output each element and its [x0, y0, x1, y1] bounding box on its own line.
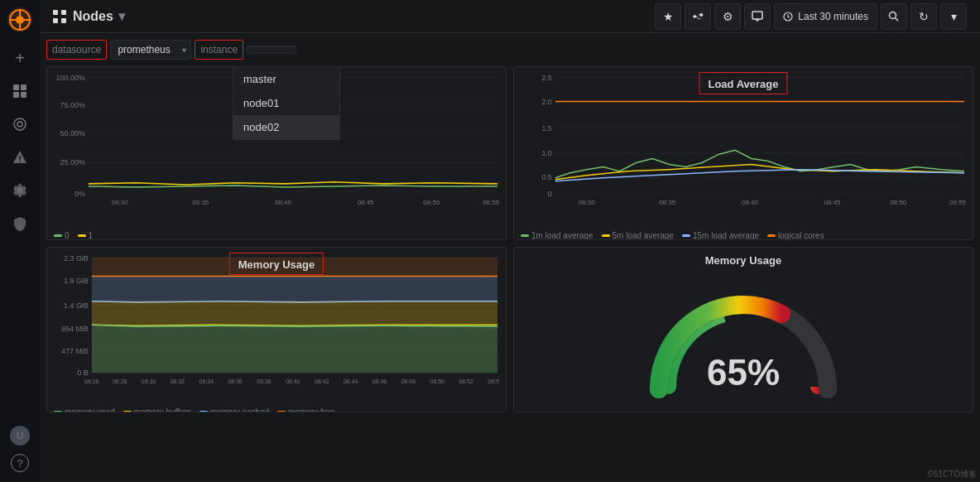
dropdown-item-master[interactable]: master [233, 67, 339, 91]
settings-icon[interactable] [5, 176, 35, 205]
legend-5m: 5m load average [602, 231, 675, 240]
svg-text:477 MiB: 477 MiB [61, 347, 89, 355]
svg-text:08:55: 08:55 [483, 199, 499, 206]
svg-text:1.5: 1.5 [541, 124, 551, 133]
memory-usage-panel: Memory Usage 2.3 GiB 1.9 GiB 1.4 GiB 954… [46, 247, 507, 412]
svg-text:08:54: 08:54 [488, 378, 499, 384]
svg-text:08:30: 08:30 [112, 199, 128, 206]
svg-rect-13 [19, 156, 21, 160]
legend-mem-buffers: memory buffers [123, 407, 191, 412]
more-button[interactable]: ▾ [940, 3, 967, 30]
svg-text:08:40: 08:40 [286, 378, 300, 384]
explore-icon[interactable] [5, 109, 35, 139]
datasource-select[interactable]: prometheus [110, 40, 191, 60]
grafana-logo[interactable] [7, 7, 33, 33]
main-content: Nodes ▾ ★ ⚙ Last 30 minutes ↻ ▾ [40, 0, 980, 482]
svg-text:2.0: 2.0 [541, 97, 551, 105]
legend-mem-cached: memory cached [199, 407, 269, 412]
legend-0: 0 [54, 231, 70, 240]
svg-text:0%: 0% [74, 190, 85, 198]
legend-logical: logical cores [767, 231, 824, 240]
dropdown-item-node01[interactable]: node01 [233, 91, 339, 115]
display-button[interactable] [744, 3, 771, 30]
svg-text:08:45: 08:45 [358, 199, 374, 206]
svg-rect-9 [13, 92, 19, 98]
help-icon[interactable]: ? [11, 454, 29, 472]
svg-text:08:48: 08:48 [401, 378, 416, 384]
star-button[interactable]: ★ [655, 3, 681, 30]
memory-gauge-panel: Memory Usage [513, 247, 973, 412]
dashboard-icon[interactable] [5, 76, 35, 106]
watermark: ©51CTO博客 [928, 469, 977, 480]
cpu-legend: 0 1 [47, 229, 506, 240]
time-range-picker[interactable]: Last 30 minutes [774, 3, 877, 30]
svg-text:08:52: 08:52 [459, 378, 473, 384]
svg-text:08:32: 08:32 [171, 378, 185, 384]
svg-point-2 [16, 16, 24, 24]
svg-text:08:42: 08:42 [315, 378, 329, 384]
svg-text:1.4 GiB: 1.4 GiB [64, 301, 89, 310]
svg-rect-17 [53, 18, 58, 23]
add-icon[interactable]: + [5, 43, 35, 73]
gauge-title: Memory Usage [705, 254, 781, 267]
svg-rect-16 [61, 10, 66, 15]
svg-text:08:35: 08:35 [192, 199, 209, 206]
svg-text:0 B: 0 B [77, 369, 88, 377]
svg-text:954 MiB: 954 MiB [61, 325, 89, 333]
svg-rect-18 [61, 18, 66, 23]
svg-text:08:28: 08:28 [113, 378, 127, 384]
svg-text:08:50: 08:50 [890, 199, 906, 206]
svg-text:1.9 GiB: 1.9 GiB [64, 276, 89, 284]
svg-text:08:34: 08:34 [199, 378, 214, 384]
load-average-title: Load Average [699, 72, 787, 94]
svg-text:2.3 GiB: 2.3 GiB [64, 254, 89, 263]
topbar: Nodes ▾ ★ ⚙ Last 30 minutes ↻ ▾ [40, 0, 980, 33]
memory-legend: memory used memory buffers memory cached… [47, 406, 506, 412]
svg-text:08:45: 08:45 [824, 199, 841, 206]
datasource-label: datasource [46, 40, 107, 60]
svg-text:08:40: 08:40 [742, 199, 758, 206]
dropdown-item-node02[interactable]: node02 [233, 115, 339, 139]
svg-text:08:50: 08:50 [430, 378, 444, 384]
search-button[interactable] [881, 3, 907, 30]
refresh-button[interactable]: ↻ [910, 3, 937, 30]
instance-dropdown: master node01 node02 [233, 66, 340, 140]
title-dropdown-icon[interactable]: ▾ [118, 8, 125, 24]
svg-text:2.5: 2.5 [541, 74, 551, 82]
instance-value[interactable] [247, 46, 296, 54]
svg-point-23 [890, 12, 896, 18]
alert-icon[interactable] [5, 142, 35, 172]
svg-text:1.0: 1.0 [541, 149, 551, 157]
user-avatar[interactable]: U [5, 421, 35, 451]
svg-marker-75 [92, 325, 497, 373]
svg-rect-15 [53, 10, 58, 15]
filter-bar: datasource prometheus instance master no… [46, 40, 973, 60]
svg-text:50.00%: 50.00% [60, 129, 84, 137]
svg-text:08:35: 08:35 [659, 199, 675, 206]
shield-icon[interactable] [5, 209, 35, 239]
instance-label: instance [195, 40, 243, 60]
svg-text:100.00%: 100.00% [56, 74, 85, 82]
svg-text:08:46: 08:46 [372, 378, 387, 384]
share-button[interactable] [685, 3, 711, 30]
svg-line-24 [896, 17, 899, 21]
svg-text:0: 0 [548, 190, 552, 198]
settings-button[interactable]: ⚙ [714, 3, 741, 30]
legend-mem-free: memory free [277, 407, 334, 412]
svg-point-12 [17, 122, 22, 127]
svg-rect-10 [21, 92, 26, 98]
svg-rect-7 [13, 84, 19, 90]
svg-text:0.5: 0.5 [541, 173, 551, 181]
svg-point-11 [14, 118, 26, 130]
svg-text:08:26: 08:26 [84, 378, 98, 384]
gauge-display: 65% [644, 277, 843, 402]
svg-text:08:38: 08:38 [257, 378, 271, 384]
svg-text:08:30: 08:30 [579, 199, 595, 206]
dashboard-content: datasource prometheus instance master no… [40, 33, 980, 482]
svg-text:08:55: 08:55 [949, 199, 966, 206]
svg-text:08:50: 08:50 [423, 199, 440, 206]
svg-rect-8 [21, 84, 26, 90]
load-legend: 1m load average 5m load average 15m load… [514, 229, 973, 240]
svg-text:75.00%: 75.00% [60, 101, 84, 109]
topbar-actions: ★ ⚙ Last 30 minutes ↻ ▾ [655, 3, 967, 30]
